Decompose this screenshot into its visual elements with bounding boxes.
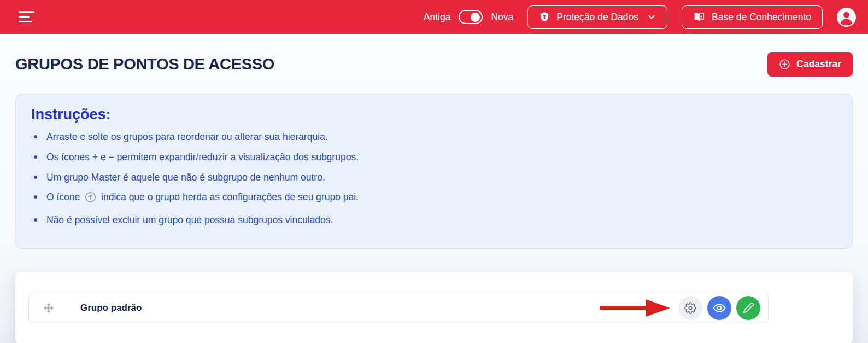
instruction-item-2: Os ícones + e − permitem expandir/reduzi… — [29, 151, 839, 164]
menu-icon — [19, 11, 34, 23]
instruction-item-1: Arraste e solte os grupos para reordenar… — [29, 131, 839, 143]
shield-icon — [539, 11, 550, 23]
edit-button[interactable] — [736, 296, 760, 320]
gear-icon — [684, 302, 696, 314]
title-row: GRUPOS DE PONTOS DE ACESSO Cadastrar — [15, 52, 853, 77]
knowledge-base-label: Base de Conhecimento — [712, 11, 811, 23]
row-actions — [599, 296, 760, 320]
main-content: GRUPOS DE PONTOS DE ACESSO Cadastrar Ins… — [0, 52, 868, 343]
plus-circle-icon — [779, 59, 790, 70]
annotation-arrow-icon — [599, 298, 671, 318]
settings-button[interactable] — [678, 296, 702, 320]
toggle-right-label: Nova — [491, 11, 513, 23]
page-title: GRUPOS DE PONTOS DE ACESSO — [15, 55, 274, 73]
instruction-item-4: O ícone indica que o grupo herda as conf… — [29, 191, 839, 206]
move-icon — [44, 303, 54, 313]
book-icon — [693, 11, 705, 22]
knowledge-base-button[interactable]: Base de Conhecimento — [682, 5, 823, 29]
toggle-knob — [471, 13, 480, 22]
user-avatar[interactable] — [837, 8, 856, 27]
instruction-item-3: Um grupo Master é aquele que não é subgr… — [29, 171, 839, 184]
instructions-heading: Instruções: — [31, 106, 839, 123]
app-header: Antiga Nova Proteção de Dados — [0, 0, 868, 34]
group-name: Grupo padrão — [80, 303, 142, 313]
menu-button[interactable] — [16, 9, 37, 25]
group-row[interactable]: Grupo padrão — [28, 293, 769, 323]
instructions-panel: Instruções: Arraste e solte os grupos pa… — [15, 94, 853, 249]
instruction-item-5: Não é possível excluir um grupo que poss… — [29, 214, 839, 226]
groups-card: Grupo padrão — [15, 272, 853, 343]
version-toggle-group: Antiga Nova — [424, 10, 513, 24]
toggle-left-label: Antiga — [424, 11, 451, 23]
data-protection-label: Proteção de Dados — [556, 11, 638, 23]
data-protection-button[interactable]: Proteção de Dados — [527, 5, 667, 29]
instructions-list: Arraste e solte os grupos para reordenar… — [29, 131, 839, 226]
register-label: Cadastrar — [796, 59, 841, 70]
arrow-up-circle-icon — [82, 194, 99, 205]
pencil-icon — [743, 302, 754, 313]
drag-handle[interactable] — [44, 303, 54, 313]
eye-icon — [713, 301, 726, 315]
page: Antiga Nova Proteção de Dados — [0, 0, 868, 343]
version-toggle-switch[interactable] — [459, 10, 483, 24]
register-button[interactable]: Cadastrar — [767, 52, 853, 77]
chevron-down-icon — [647, 13, 656, 21]
person-circle-icon — [837, 19, 856, 28]
view-button[interactable] — [707, 296, 731, 320]
